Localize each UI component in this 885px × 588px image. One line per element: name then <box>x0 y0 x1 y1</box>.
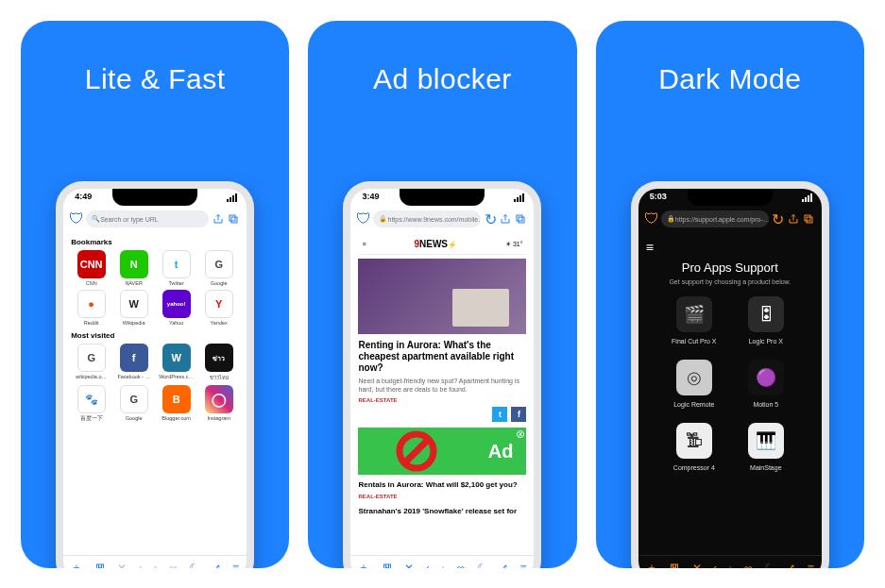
site-icon: B <box>162 385 191 413</box>
site-tile[interactable]: NNAVER <box>113 250 154 286</box>
site-icon: ข่าว <box>205 344 233 372</box>
new-tab-button[interactable]: ＋ <box>71 560 82 568</box>
forward-button[interactable]: › <box>154 562 158 569</box>
fullscreen-icon[interactable]: ⤢ <box>212 562 221 569</box>
site-label: Facebook - … <box>113 374 154 379</box>
url-input[interactable]: 🔍 Search or type URL <box>86 210 209 227</box>
app-tile[interactable]: 🗜Compressor 4 <box>663 423 725 471</box>
menu-icon[interactable]: ≡ <box>519 562 526 569</box>
site-tile[interactable]: yahoo!Yahoo <box>156 290 196 326</box>
bookmark-toggle-icon[interactable] <box>669 563 680 569</box>
reload-icon[interactable]: ↻ <box>485 213 496 225</box>
share-buttons: t f <box>358 407 526 422</box>
site-tile[interactable]: GGoogle <box>198 250 239 286</box>
site-icon: Y <box>205 290 233 318</box>
news-item[interactable]: Rentals in Aurora: What will $2,100 get … <box>358 480 526 490</box>
app-tile[interactable]: 🎬Final Cut Pro X <box>663 296 725 344</box>
site-tile[interactable]: ◯Instagram <box>198 385 239 422</box>
site-label: Twitter <box>156 280 196 286</box>
share-icon[interactable] <box>788 213 799 225</box>
back-button[interactable]: ‹ <box>426 562 430 569</box>
toolbar: ＋ ✕ ‹ › ∞ ☾ ⤢ ≡ <box>63 555 247 568</box>
toolbar: ＋ ✕ ‹ › ∞ ☾ ⤢ ≡ <box>350 555 534 568</box>
mostvisited-header: Most visited <box>71 331 239 340</box>
site-tile[interactable]: 🐾百度一下 <box>71 385 111 422</box>
fullscreen-icon[interactable]: ⤢ <box>786 562 795 569</box>
menu-icon[interactable]: ≡ <box>232 562 239 569</box>
hero-image[interactable] <box>358 259 526 334</box>
close-button[interactable]: ✕ <box>692 562 702 569</box>
url-input[interactable]: 🔒 https://support.apple.com/pro-… <box>661 210 769 227</box>
page-heading: Pro Apps Support <box>646 260 814 275</box>
tabs-icon[interactable] <box>228 213 239 225</box>
site-label: Google <box>113 415 154 421</box>
site-tile[interactable]: WWikipedia <box>113 290 154 326</box>
app-label: MainStage <box>750 464 781 471</box>
app-tile[interactable]: 🎛Logic Pro X <box>735 296 797 344</box>
app-tile[interactable]: ◎Logic Remote <box>663 360 725 408</box>
site-label: CNN <box>71 280 111 286</box>
forward-button[interactable]: › <box>729 562 733 569</box>
reload-icon[interactable]: ↻ <box>773 213 784 225</box>
site-tile[interactable]: BBlogger.com <box>156 385 196 422</box>
facebook-share-icon[interactable]: f <box>511 407 526 422</box>
subheadline: Need a budget-friendly new spot? Apartme… <box>358 377 526 394</box>
site-icon: N <box>120 250 148 278</box>
toolbar: ＋ ✕ ‹ › ∞ ☾ ⤢ ≡ <box>638 555 822 568</box>
back-button[interactable]: ‹ <box>713 562 717 569</box>
bookmarks-grid: CNNCNNNNAVERtTwitterGGoogle●RedditWWikip… <box>71 250 239 326</box>
url-input[interactable]: 🔒 https://www.9news.com/mobile… <box>373 210 481 227</box>
menu-icon[interactable]: ≡ <box>808 562 814 569</box>
forward-button[interactable]: › <box>441 562 445 569</box>
site-tile[interactable]: WWordPress.c… <box>156 344 196 381</box>
tabs-icon[interactable] <box>803 213 814 225</box>
site-tile[interactable]: YYandex <box>198 290 239 326</box>
dark-mode-icon[interactable]: ☾ <box>477 562 487 569</box>
fullscreen-icon[interactable]: ⤢ <box>499 562 508 569</box>
ad-label: Ad <box>488 441 514 462</box>
phone-mock: 3:49 🛡 🔒 https://www.9news.com/mobile… ↻… <box>343 181 541 568</box>
news-item[interactable]: Stranahan's 2019 'Snowflake' release set… <box>358 507 526 516</box>
hamburger-icon[interactable]: ≡ <box>646 240 814 255</box>
shield-icon: 🛡 <box>358 213 369 225</box>
back-button[interactable]: ‹ <box>138 562 142 569</box>
address-bar: 🛡 🔍 Search or type URL <box>71 210 239 228</box>
dark-mode-icon[interactable]: ☾ <box>764 562 774 569</box>
site-tile[interactable]: CNNCNN <box>71 250 111 286</box>
app-tile[interactable]: 🟣Motion 5 <box>735 360 797 408</box>
content-2: ≡ 9NEWS⚡ ☀ 31° Renting in Aurora: What's… <box>350 234 534 553</box>
notch <box>112 189 197 206</box>
twitter-share-icon[interactable]: t <box>492 407 507 422</box>
bookmark-toggle-icon[interactable] <box>382 563 393 569</box>
site-tile[interactable]: ข่าวข่าวไทย <box>198 344 239 381</box>
site-tile[interactable]: Gwikipedia.o… <box>71 344 111 381</box>
site-tile[interactable]: tTwitter <box>156 250 196 286</box>
app-tile[interactable]: 🎹MainStage <box>735 423 797 471</box>
headline[interactable]: Renting in Aurora: What's the cheapest a… <box>358 340 526 374</box>
site-tile[interactable]: ●Reddit <box>71 290 111 326</box>
link-icon[interactable]: ∞ <box>169 562 178 569</box>
dark-mode-icon[interactable]: ☾ <box>189 562 199 569</box>
site-icon: G <box>77 344 106 372</box>
app-icon: 🎛 <box>748 296 784 332</box>
site-label: Instagram <box>198 415 239 421</box>
bookmarks-header: Bookmarks <box>71 238 239 246</box>
svg-rect-3 <box>517 215 522 221</box>
new-tab-button[interactable]: ＋ <box>646 560 657 568</box>
link-icon[interactable]: ∞ <box>457 562 466 569</box>
site-tile[interactable]: fFacebook - … <box>113 344 154 381</box>
share-icon[interactable] <box>500 213 511 225</box>
link-icon[interactable]: ∞ <box>744 562 753 569</box>
site-tile[interactable]: GGoogle <box>113 385 154 422</box>
share-icon[interactable] <box>213 213 224 225</box>
site-icon: G <box>120 385 148 413</box>
close-button[interactable]: ✕ <box>117 562 127 569</box>
app-label: Logic Remote <box>673 401 714 408</box>
bookmark-toggle-icon[interactable] <box>94 563 106 569</box>
tabs-icon[interactable] <box>515 213 526 225</box>
hamburger-icon[interactable]: ≡ <box>362 241 366 247</box>
status-time: 4:49 <box>75 192 92 201</box>
new-tab-button[interactable]: ＋ <box>358 560 369 568</box>
site-icon: ● <box>77 290 106 318</box>
close-button[interactable]: ✕ <box>404 562 414 569</box>
